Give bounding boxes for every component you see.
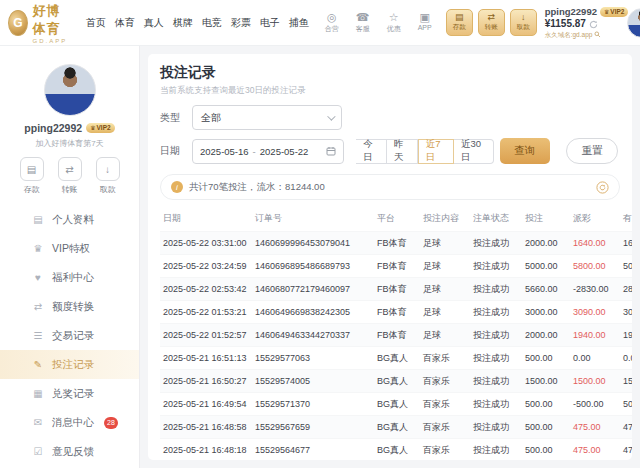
cell-valid: 1500.00: [620, 370, 632, 393]
cell-payout: 475.00: [570, 416, 620, 439]
welfare-icon: ♥: [32, 272, 44, 283]
wallet-button[interactable]: ▤ 存款: [446, 9, 473, 36]
cell-status: 投注成功: [470, 324, 522, 347]
sidebar-menu-item[interactable]: ♥ 福利中心: [0, 263, 139, 292]
table-row[interactable]: 2025-05-22 01:52:57 1460649463344270337 …: [160, 324, 632, 347]
partner-icon: ◎: [327, 11, 337, 23]
top-nav-item[interactable]: 捕鱼: [289, 16, 309, 30]
logo[interactable]: G 好博体育 GD.APP: [8, 2, 74, 44]
bet-records-card: 投注记录 当前系统支持查询最近30日的投注记录 类型 全部 日期 2025-05…: [148, 54, 632, 460]
top-nav: 首页 体育 真人 棋牌 电竞 彩票 电子 捕鱼: [86, 16, 309, 30]
wallet-button[interactable]: ⇄ 转账: [478, 9, 505, 36]
menu-item-label: 额度转换: [52, 300, 94, 314]
sidebar-menu-item[interactable]: ▦ 兑奖记录: [0, 379, 139, 408]
quick-range-button[interactable]: 昨天: [387, 139, 418, 164]
table-row[interactable]: 2025-05-21 16:48:18 15529564677 BG真人 百家乐…: [160, 439, 632, 461]
cell-content: 百家乐: [420, 393, 470, 416]
date-from: 2025-05-16: [200, 146, 249, 157]
type-select[interactable]: 全部: [192, 105, 342, 130]
profile-shortcut[interactable]: ▤ 存款: [20, 157, 44, 195]
page-title: 投注记录: [160, 64, 620, 82]
search-icon[interactable]: [594, 31, 601, 38]
table-row[interactable]: 2025-05-22 03:31:00 1460699996453079041 …: [160, 232, 632, 255]
reset-button[interactable]: 重置: [566, 138, 618, 164]
cell-content: 足球: [420, 301, 470, 324]
cell-date: 2025-05-22 01:53:21: [160, 301, 252, 324]
date-range-input[interactable]: 2025-05-16 - 2025-05-22: [192, 139, 344, 164]
profile-shortcut[interactable]: ⇄ 转账: [58, 157, 82, 195]
quick-range-button[interactable]: 近30日: [454, 139, 494, 164]
promo-icon: ☆: [389, 11, 399, 23]
sidebar-menu-item[interactable]: ☑ 意见反馈: [0, 437, 139, 466]
table-row[interactable]: 2025-05-22 03:24:59 1460696895486689793 …: [160, 255, 632, 278]
cell-bet: 5660.00: [522, 278, 570, 301]
date-to: 2025-05-22: [260, 146, 309, 157]
sidebar-menu-item[interactable]: ⇄ 额度转换: [0, 292, 139, 321]
sidebar-menu-item[interactable]: ♛ VIP特权: [0, 234, 139, 263]
cell-bet: 500.00: [522, 393, 570, 416]
bets-icon: ✎: [32, 359, 44, 370]
cell-status: 投注成功: [470, 393, 522, 416]
topbar-util-button[interactable]: ◎ 合营: [319, 11, 345, 34]
topbar-util-button[interactable]: ☎ 客服: [350, 11, 376, 34]
cell-platform: FB体育: [374, 255, 420, 278]
join-days-text: 加入好博体育第7天: [35, 138, 103, 149]
cell-valid: 475.00: [620, 416, 632, 439]
cell-status: 投注成功: [470, 347, 522, 370]
top-nav-item[interactable]: 彩票: [231, 16, 251, 30]
table-row[interactable]: 2025-05-21 16:49:54 15529571370 BG真人 百家乐…: [160, 393, 632, 416]
table-row[interactable]: 2025-05-21 16:50:27 15529574005 BG真人 百家乐…: [160, 370, 632, 393]
table-row[interactable]: 2025-05-21 16:51:13 15529577063 BG真人 百家乐…: [160, 347, 632, 370]
sidebar-menu-item[interactable]: ✎ 投注记录: [0, 350, 139, 379]
top-nav-item[interactable]: 电子: [260, 16, 280, 30]
cell-valid: 3000.00: [620, 301, 632, 324]
cell-order: 15529574005: [252, 370, 374, 393]
quick-range-button[interactable]: 今日: [356, 139, 387, 164]
cell-platform: FB体育: [374, 324, 420, 347]
quick-range-button[interactable]: 近7日: [418, 139, 454, 164]
top-nav-item[interactable]: 首页: [86, 16, 106, 30]
query-button[interactable]: 查询: [500, 138, 550, 164]
profile-shortcut[interactable]: ↓ 取款: [96, 157, 120, 195]
wallet-button-label: 转账: [485, 23, 498, 32]
top-nav-item[interactable]: 真人: [144, 16, 164, 30]
util-label: 优惠: [387, 24, 401, 34]
util-label: APP: [418, 24, 432, 31]
cell-bet: 2000.00: [522, 324, 570, 347]
cell-bet: 500.00: [522, 439, 570, 461]
cell-content: 百家乐: [420, 416, 470, 439]
refresh-summary-icon[interactable]: [596, 181, 609, 194]
cell-order: 1460680772179460097: [252, 278, 374, 301]
table-row[interactable]: 2025-05-22 02:53:42 1460680772179460097 …: [160, 278, 632, 301]
cell-platform: BG真人: [374, 393, 420, 416]
top-nav-item[interactable]: 电竞: [202, 16, 222, 30]
cell-content: 足球: [420, 232, 470, 255]
cell-platform: BG真人: [374, 370, 420, 393]
top-nav-item[interactable]: 棋牌: [173, 16, 193, 30]
balance: ¥1155.87: [545, 18, 586, 30]
topbar-util-button[interactable]: ▣ APP: [412, 11, 438, 34]
body: pping22992 VIP2 加入好博体育第7天 ▤ 存款 ⇄ 转账: [0, 46, 640, 468]
menu-item-label: 福利中心: [52, 271, 94, 285]
cell-valid: 0.00: [620, 347, 632, 370]
logo-title: 好博体育: [33, 2, 74, 38]
username: pping22992: [545, 7, 597, 18]
menu-item-label: 个人资料: [52, 213, 94, 227]
table-row[interactable]: 2025-05-22 01:53:21 1460649669838242305 …: [160, 301, 632, 324]
refresh-icon[interactable]: [589, 20, 598, 29]
sidebar-menu-item[interactable]: ▤ 个人资料: [0, 205, 139, 234]
sidebar-menu-item[interactable]: ✉ 消息中心 28: [0, 408, 139, 437]
col-platform: 平台: [374, 206, 420, 232]
topbar-util-button[interactable]: ☆ 优惠: [381, 11, 407, 34]
avatar[interactable]: [627, 8, 640, 38]
top-nav-item[interactable]: 体育: [115, 16, 135, 30]
sidebar-menu-item[interactable]: ☰ 交易记录: [0, 321, 139, 350]
calendar-icon: [326, 146, 336, 156]
wallet-button[interactable]: ↓ 取款: [510, 9, 537, 36]
col-order: 订单号: [252, 206, 374, 232]
topbar-utils: ◎ 合营 ☎ 客服 ☆ 优惠 ▣ APP: [319, 11, 438, 34]
cell-order: 15529567659: [252, 416, 374, 439]
profile-shortcuts: ▤ 存款 ⇄ 转账 ↓ 取款: [20, 157, 120, 195]
cell-order: 1460699996453079041: [252, 232, 374, 255]
table-row[interactable]: 2025-05-21 16:48:58 15529567659 BG真人 百家乐…: [160, 416, 632, 439]
